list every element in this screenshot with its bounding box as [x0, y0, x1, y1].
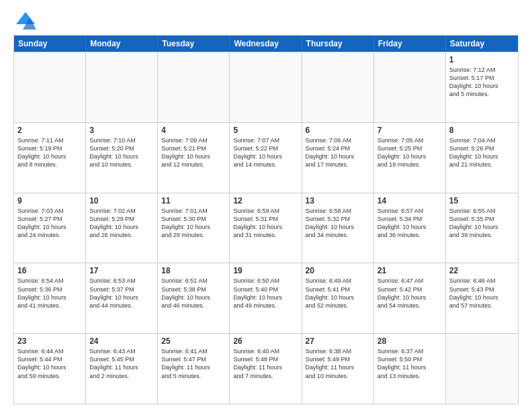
- calendar-cell: 9Sunrise: 7:03 AM Sunset: 5:27 PM Daylig…: [14, 193, 86, 263]
- calendar: SundayMondayTuesdayWednesdayThursdayFrid…: [13, 35, 519, 404]
- calendar-cell: 2Sunrise: 7:11 AM Sunset: 5:19 PM Daylig…: [14, 123, 86, 193]
- cell-day-number: 5: [233, 126, 298, 135]
- calendar-cell: 8Sunrise: 7:04 AM Sunset: 5:26 PM Daylig…: [446, 123, 518, 193]
- cell-info: Sunrise: 6:41 AM Sunset: 5:47 PM Dayligh…: [161, 347, 226, 380]
- cell-day-number: 21: [378, 266, 442, 275]
- cell-info: Sunrise: 6:44 AM Sunset: 5:44 PM Dayligh…: [17, 347, 82, 380]
- cell-info: Sunrise: 6:57 AM Sunset: 5:34 PM Dayligh…: [378, 207, 442, 240]
- cell-info: Sunrise: 6:51 AM Sunset: 5:38 PM Dayligh…: [161, 277, 226, 310]
- cell-info: Sunrise: 6:53 AM Sunset: 5:37 PM Dayligh…: [89, 277, 154, 310]
- calendar-cell: 22Sunrise: 6:46 AM Sunset: 5:43 PM Dayli…: [446, 263, 518, 333]
- cell-day-number: 1: [449, 55, 515, 64]
- calendar-cell: 24Sunrise: 6:43 AM Sunset: 5:45 PM Dayli…: [86, 334, 158, 404]
- cell-day-number: 28: [378, 336, 442, 346]
- weekday-header: Sunday: [14, 36, 86, 52]
- cell-day-number: 2: [17, 126, 82, 135]
- cell-day-number: 11: [161, 196, 226, 205]
- calendar-cell: 10Sunrise: 7:02 AM Sunset: 5:29 PM Dayli…: [86, 193, 158, 263]
- calendar-cell: 7Sunrise: 7:05 AM Sunset: 5:25 PM Daylig…: [374, 123, 446, 193]
- cell-day-number: 16: [17, 266, 82, 275]
- calendar-cell: [302, 52, 374, 122]
- calendar-cell: 28Sunrise: 6:37 AM Sunset: 5:50 PM Dayli…: [374, 334, 446, 404]
- cell-day-number: 17: [89, 266, 154, 275]
- cell-info: Sunrise: 7:06 AM Sunset: 5:24 PM Dayligh…: [306, 136, 370, 169]
- cell-day-number: 13: [306, 196, 370, 205]
- calendar-cell: 14Sunrise: 6:57 AM Sunset: 5:34 PM Dayli…: [374, 193, 446, 263]
- calendar-cell: 21Sunrise: 6:47 AM Sunset: 5:42 PM Dayli…: [374, 263, 446, 333]
- calendar-cell: 12Sunrise: 6:59 AM Sunset: 5:31 PM Dayli…: [230, 193, 302, 263]
- cell-info: Sunrise: 6:49 AM Sunset: 5:41 PM Dayligh…: [306, 277, 370, 310]
- cell-info: Sunrise: 7:09 AM Sunset: 5:21 PM Dayligh…: [161, 136, 226, 169]
- cell-info: Sunrise: 6:46 AM Sunset: 5:43 PM Dayligh…: [449, 277, 515, 310]
- cell-day-number: 10: [89, 196, 154, 205]
- calendar-cell: 15Sunrise: 6:55 AM Sunset: 5:35 PM Dayli…: [446, 193, 518, 263]
- weekday-header: Saturday: [446, 36, 518, 52]
- calendar-cell: [446, 334, 518, 404]
- cell-day-number: 8: [449, 126, 515, 135]
- weekday-header: Monday: [86, 36, 158, 52]
- cell-info: Sunrise: 6:55 AM Sunset: 5:35 PM Dayligh…: [449, 207, 515, 240]
- header: [13, 11, 519, 30]
- cell-info: Sunrise: 6:38 AM Sunset: 5:49 PM Dayligh…: [306, 347, 370, 380]
- calendar-cell: 11Sunrise: 7:01 AM Sunset: 5:30 PM Dayli…: [158, 193, 230, 263]
- calendar-cell: [86, 52, 158, 122]
- weekday-header: Tuesday: [158, 36, 230, 52]
- cell-day-number: 26: [233, 336, 298, 346]
- calendar-row: 16Sunrise: 6:54 AM Sunset: 5:36 PM Dayli…: [14, 263, 518, 333]
- calendar-row: 1Sunrise: 7:12 AM Sunset: 5:17 PM Daylig…: [14, 52, 518, 122]
- weekday-header: Wednesday: [230, 36, 302, 52]
- cell-day-number: 19: [233, 266, 298, 275]
- cell-info: Sunrise: 6:47 AM Sunset: 5:42 PM Dayligh…: [378, 277, 442, 310]
- calendar-cell: 27Sunrise: 6:38 AM Sunset: 5:49 PM Dayli…: [302, 334, 374, 404]
- weekday-header: Friday: [374, 36, 446, 52]
- calendar-cell: 20Sunrise: 6:49 AM Sunset: 5:41 PM Dayli…: [302, 263, 374, 333]
- cell-day-number: 15: [449, 196, 515, 205]
- cell-day-number: 20: [306, 266, 370, 275]
- calendar-cell: 1Sunrise: 7:12 AM Sunset: 5:17 PM Daylig…: [446, 52, 518, 122]
- calendar-cell: 3Sunrise: 7:10 AM Sunset: 5:20 PM Daylig…: [86, 123, 158, 193]
- cell-info: Sunrise: 6:37 AM Sunset: 5:50 PM Dayligh…: [378, 347, 442, 380]
- cell-info: Sunrise: 6:54 AM Sunset: 5:36 PM Dayligh…: [17, 277, 82, 310]
- calendar-body: 1Sunrise: 7:12 AM Sunset: 5:17 PM Daylig…: [14, 52, 518, 404]
- calendar-cell: 6Sunrise: 7:06 AM Sunset: 5:24 PM Daylig…: [302, 123, 374, 193]
- cell-info: Sunrise: 6:59 AM Sunset: 5:31 PM Dayligh…: [233, 207, 298, 240]
- calendar-cell: [158, 52, 230, 122]
- cell-info: Sunrise: 7:12 AM Sunset: 5:17 PM Dayligh…: [449, 66, 515, 99]
- calendar-cell: 17Sunrise: 6:53 AM Sunset: 5:37 PM Dayli…: [86, 263, 158, 333]
- cell-day-number: 27: [306, 336, 370, 346]
- logo: [13, 11, 36, 30]
- cell-info: Sunrise: 7:05 AM Sunset: 5:25 PM Dayligh…: [378, 136, 442, 169]
- cell-day-number: 24: [89, 336, 154, 346]
- cell-info: Sunrise: 6:50 AM Sunset: 5:40 PM Dayligh…: [233, 277, 298, 310]
- calendar-cell: 18Sunrise: 6:51 AM Sunset: 5:38 PM Dayli…: [158, 263, 230, 333]
- calendar-cell: [230, 52, 302, 122]
- calendar-cell: 19Sunrise: 6:50 AM Sunset: 5:40 PM Dayli…: [230, 263, 302, 333]
- cell-day-number: 12: [233, 196, 298, 205]
- cell-day-number: 3: [89, 126, 154, 135]
- cell-info: Sunrise: 7:11 AM Sunset: 5:19 PM Dayligh…: [17, 136, 82, 169]
- cell-info: Sunrise: 6:40 AM Sunset: 5:48 PM Dayligh…: [233, 347, 298, 380]
- calendar-cell: 5Sunrise: 7:07 AM Sunset: 5:22 PM Daylig…: [230, 123, 302, 193]
- calendar-cell: 13Sunrise: 6:58 AM Sunset: 5:32 PM Dayli…: [302, 193, 374, 263]
- cell-day-number: 4: [161, 126, 226, 135]
- logo-icon: [15, 11, 36, 30]
- calendar-cell: 4Sunrise: 7:09 AM Sunset: 5:21 PM Daylig…: [158, 123, 230, 193]
- cell-info: Sunrise: 7:03 AM Sunset: 5:27 PM Dayligh…: [17, 207, 82, 240]
- cell-day-number: 14: [378, 196, 442, 205]
- calendar-cell: 16Sunrise: 6:54 AM Sunset: 5:36 PM Dayli…: [14, 263, 86, 333]
- cell-day-number: 7: [378, 126, 442, 135]
- cell-day-number: 25: [161, 336, 226, 346]
- calendar-row: 23Sunrise: 6:44 AM Sunset: 5:44 PM Dayli…: [14, 333, 518, 404]
- calendar-cell: 23Sunrise: 6:44 AM Sunset: 5:44 PM Dayli…: [14, 334, 86, 404]
- cell-info: Sunrise: 6:58 AM Sunset: 5:32 PM Dayligh…: [306, 207, 370, 240]
- calendar-cell: [374, 52, 446, 122]
- cell-day-number: 22: [449, 266, 515, 275]
- weekday-header: Thursday: [302, 36, 374, 52]
- cell-day-number: 18: [161, 266, 226, 275]
- cell-info: Sunrise: 7:10 AM Sunset: 5:20 PM Dayligh…: [89, 136, 154, 169]
- calendar-row: 2Sunrise: 7:11 AM Sunset: 5:19 PM Daylig…: [14, 122, 518, 193]
- cell-info: Sunrise: 6:43 AM Sunset: 5:45 PM Dayligh…: [89, 347, 154, 380]
- cell-day-number: 9: [17, 196, 82, 205]
- calendar-cell: 25Sunrise: 6:41 AM Sunset: 5:47 PM Dayli…: [158, 334, 230, 404]
- calendar-row: 9Sunrise: 7:03 AM Sunset: 5:27 PM Daylig…: [14, 193, 518, 263]
